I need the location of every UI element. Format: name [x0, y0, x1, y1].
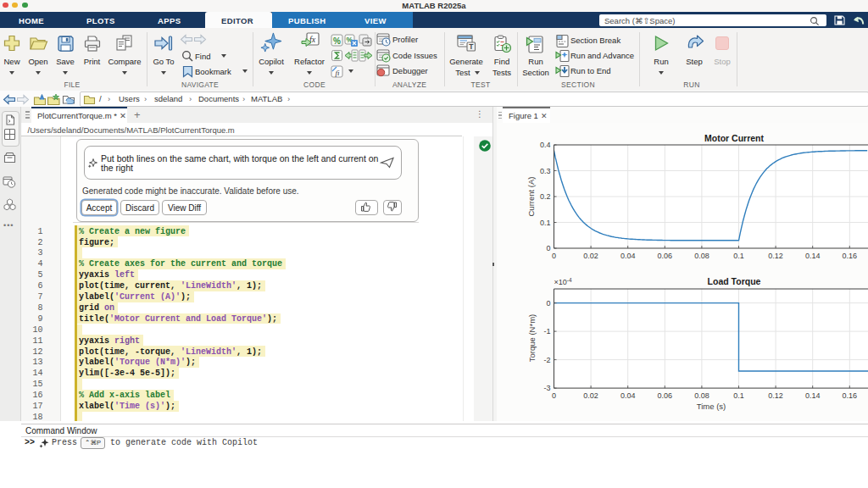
- svg-text:0.2: 0.2: [540, 192, 551, 201]
- svg-text:0.06: 0.06: [658, 391, 673, 400]
- svg-text:0.1: 0.1: [540, 219, 551, 227]
- svg-text:×10-4: ×10-4: [554, 277, 572, 286]
- svg-text:0.16: 0.16: [843, 252, 858, 260]
- svg-text:Current (A): Current (A): [526, 177, 536, 217]
- svg-text:0.14: 0.14: [805, 391, 821, 400]
- svg-text:0.04: 0.04: [620, 391, 636, 400]
- svg-text:0.3: 0.3: [540, 167, 551, 175]
- svg-text:0.12: 0.12: [768, 391, 783, 400]
- svg-text:0.04: 0.04: [620, 252, 636, 260]
- svg-text:-3: -3: [543, 384, 550, 392]
- svg-text:0.08: 0.08: [694, 391, 709, 400]
- svg-text:0.08: 0.08: [694, 252, 709, 260]
- svg-text:0.06: 0.06: [658, 252, 673, 260]
- svg-text:0.1: 0.1: [733, 252, 744, 260]
- svg-text:-1: -1: [543, 327, 550, 336]
- svg-text:T: T: [469, 42, 474, 51]
- svg-text:Torque (N*m): Torque (N*m): [527, 314, 537, 363]
- svg-text:Load Torque: Load Torque: [708, 276, 761, 286]
- svg-text:fi: fi: [335, 69, 340, 77]
- svg-text:Motor Current: Motor Current: [704, 133, 764, 143]
- svg-text:Time (s): Time (s): [697, 402, 726, 411]
- svg-text:%: %: [333, 36, 341, 45]
- svg-text:0: 0: [546, 299, 550, 308]
- svg-text:0.12: 0.12: [768, 252, 783, 260]
- svg-text:0.02: 0.02: [583, 252, 598, 260]
- svg-text:0.14: 0.14: [805, 252, 821, 260]
- svg-text:0: 0: [552, 391, 556, 400]
- svg-text:0: 0: [552, 252, 556, 260]
- svg-text:0.1: 0.1: [733, 391, 744, 400]
- svg-text:0: 0: [546, 244, 550, 252]
- svg-text:0.02: 0.02: [583, 391, 598, 400]
- svg-text:-2: -2: [543, 356, 550, 364]
- svg-text:0.16: 0.16: [843, 391, 858, 400]
- svg-text:0.4: 0.4: [540, 141, 551, 149]
